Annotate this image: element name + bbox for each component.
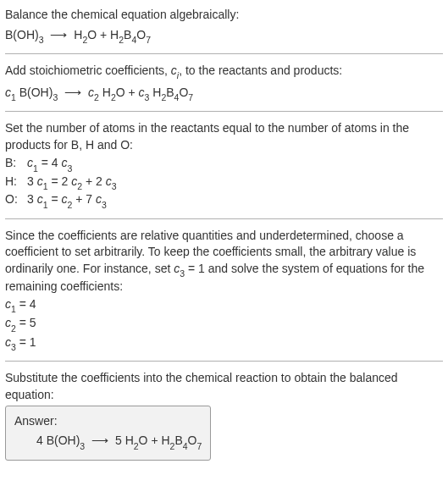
mid: + 7 <box>72 192 96 206</box>
pre: 3 <box>27 192 37 206</box>
s: 1 <box>43 200 48 210</box>
step3-prompt: Set the number of atoms in the reactants… <box>5 120 443 153</box>
eq: = 2 <box>48 174 72 188</box>
arrow-icon: ⟶ <box>91 433 108 447</box>
s3: 3 <box>112 181 117 191</box>
prod1d-sub: 7 <box>146 35 151 45</box>
step5-prompt: Substitute the coefficients into the che… <box>5 370 443 403</box>
divider <box>5 218 443 219</box>
divider <box>5 361 443 362</box>
prod1d: O <box>136 28 146 41</box>
divider <box>5 111 443 112</box>
n2: 5 H <box>115 433 134 447</box>
answer-box: Answer: 4 B(OH)3 ⟶ 5 H2O + H2B4O7 <box>5 406 211 461</box>
c: c <box>5 316 11 329</box>
atom-label-b: B: <box>5 155 27 173</box>
table-row: H: 3 c1 = 2 c2 + 2 c3 <box>5 174 120 191</box>
answer-equation: 4 B(OH)3 ⟶ 5 H2O + H2B4O7 <box>14 433 202 450</box>
p1a: H <box>99 86 111 99</box>
ci: c <box>171 64 177 77</box>
mid: + 2 <box>82 174 106 188</box>
coef-line-3: c3 = 1 <box>5 334 443 352</box>
n1: 4 B(OH) <box>36 433 80 447</box>
n2-sub: 2 <box>134 441 139 451</box>
pre: 3 <box>27 174 37 188</box>
step2-prompt-a: Add stoichiometric coefficients, <box>5 64 171 77</box>
prod1c-sub: 4 <box>131 35 136 45</box>
atom-eq-h: 3 c1 = 2 c2 + 2 c3 <box>27 174 120 191</box>
atom-equations-table: B: c1 = 4 c3 H: 3 c1 = 2 c2 + 2 c3 O: 3 … <box>5 155 120 209</box>
v: = 4 <box>16 297 36 311</box>
c: c <box>37 192 43 206</box>
n3: O + H <box>139 433 170 447</box>
c3: c <box>106 174 112 188</box>
coef-line-1: c1 = 4 <box>5 296 443 314</box>
p1b: O + <box>116 86 139 99</box>
atom-eq-o: 3 c1 = c2 + 7 c3 <box>27 191 120 209</box>
eq: = <box>48 192 62 206</box>
step2-prompt-b: , to the reactants and products: <box>179 64 342 77</box>
reactant1: B(OH) <box>5 28 39 41</box>
prod1a: H <box>74 28 82 41</box>
n3-sub: 2 <box>170 441 175 451</box>
s: 1 <box>43 181 48 191</box>
c: c <box>27 156 33 169</box>
n5: O <box>188 433 197 447</box>
answer-label: Answer: <box>14 413 202 430</box>
prod1a-sub: 2 <box>82 35 87 45</box>
c1-sub: 1 <box>11 92 16 102</box>
s: 3 <box>11 342 16 352</box>
c3-sub: 3 <box>145 92 150 102</box>
n1-sub: 3 <box>80 441 85 451</box>
atom-label-o: O: <box>5 191 27 209</box>
step4-prompt: Since the coefficients are relative quan… <box>5 228 443 295</box>
p1a-sub: 2 <box>111 92 116 102</box>
n5-sub: 7 <box>197 441 202 451</box>
n4-sub: 4 <box>183 441 188 451</box>
p2a: H <box>149 86 161 99</box>
c1: c <box>5 86 11 99</box>
step2-equation: c1 B(OH)3 ⟶ c2 H2O + c3 H2B4O7 <box>5 85 443 102</box>
divider <box>5 53 443 54</box>
c: c <box>5 297 11 311</box>
v: = 1 <box>16 335 36 349</box>
table-row: B: c1 = 4 c3 <box>5 155 120 173</box>
s: 1 <box>33 163 38 174</box>
p2c: O <box>179 86 188 99</box>
s: 1 <box>11 304 16 314</box>
p2b: B <box>166 86 174 99</box>
s2: 2 <box>68 200 73 210</box>
step1-equation: B(OH)3 ⟶ H2O + H2B4O7 <box>5 27 443 45</box>
r1: B(OH) <box>16 86 53 99</box>
arrow-icon: ⟶ <box>64 86 81 99</box>
step1: Balance the chemical equation algebraica… <box>5 7 443 45</box>
s: 2 <box>11 323 16 334</box>
step5: Substitute the coefficients into the che… <box>5 370 443 460</box>
prod1b: O + H <box>87 28 119 41</box>
coef-line-2: c2 = 5 <box>5 315 443 333</box>
p2b-sub: 4 <box>174 92 180 102</box>
table-row: O: 3 c1 = c2 + 7 c3 <box>5 191 120 209</box>
cv-sub: 3 <box>180 268 185 279</box>
c: c <box>37 174 43 188</box>
s2: 2 <box>77 181 82 191</box>
n4: B <box>174 433 182 447</box>
step2-prompt: Add stoichiometric coefficients, ci, to … <box>5 63 443 80</box>
atom-eq-b: c1 = 4 c3 <box>27 155 120 173</box>
s2: 3 <box>67 163 72 174</box>
r1-sub: 3 <box>53 92 58 102</box>
reactant1-sub: 3 <box>39 35 44 45</box>
p2c-sub: 7 <box>188 92 193 102</box>
p2a-sub: 2 <box>161 92 166 102</box>
arrow-icon: ⟶ <box>50 28 67 41</box>
eq: = 4 <box>38 156 62 169</box>
c: c <box>5 335 11 349</box>
ci-sub: i <box>177 70 179 80</box>
c3: c <box>139 86 145 99</box>
atom-label-h: H: <box>5 174 27 191</box>
c2-sub: 2 <box>94 92 99 102</box>
step1-prompt: Balance the chemical equation algebraica… <box>5 7 443 24</box>
c3: c <box>96 192 102 206</box>
v: = 5 <box>16 316 36 329</box>
prod1b-sub: 2 <box>119 35 124 45</box>
